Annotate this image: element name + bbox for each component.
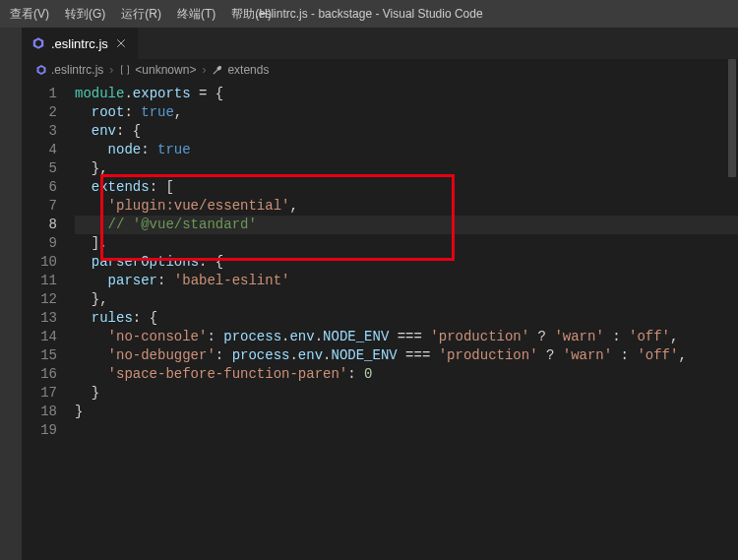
code-line[interactable]: env: { <box>75 122 738 141</box>
line-gutter: 12345678910111213141516171819 <box>22 85 75 560</box>
editor[interactable]: 12345678910111213141516171819 module.exp… <box>22 81 738 560</box>
code-line[interactable]: // '@vue/standard' <box>75 216 738 234</box>
breadcrumb-file[interactable]: .eslintrc.js <box>35 63 103 77</box>
code-line[interactable]: node: true <box>75 141 738 159</box>
tab-label: .eslintrc.js <box>51 36 108 51</box>
eslint-icon <box>31 36 45 50</box>
code-line[interactable]: 'space-before-function-paren': 0 <box>75 365 738 384</box>
breadcrumb-extends[interactable]: extends <box>212 63 269 77</box>
code-line[interactable]: 'plugin:vue/essential', <box>75 197 738 216</box>
menu-item[interactable]: 查看(V) <box>2 0 57 28</box>
menubar: 查看(V)转到(G)运行(R)终端(T)帮助(H) .eslintrc.js -… <box>0 0 738 28</box>
window-title: .eslintrc.js - backstage - Visual Studio… <box>255 7 482 21</box>
breadcrumb-extends-label: extends <box>227 63 269 77</box>
vertical-scrollbar[interactable] <box>726 59 738 560</box>
tab-eslintrc[interactable]: .eslintrc.js <box>22 28 139 59</box>
code-line[interactable]: } <box>75 384 738 403</box>
activity-bar[interactable] <box>0 28 22 560</box>
code-line[interactable]: 'no-console': process.env.NODE_ENV === '… <box>75 328 738 346</box>
code-line[interactable] <box>75 421 738 440</box>
code-line[interactable]: }, <box>75 290 738 309</box>
code-line[interactable]: } <box>75 403 738 421</box>
scrollbar-thumb[interactable] <box>728 59 736 177</box>
code-line[interactable]: rules: { <box>75 309 738 328</box>
breadcrumb-unknown-label: <unknown> <box>135 63 196 77</box>
code-line[interactable]: parserOptions: { <box>75 253 738 272</box>
code-line[interactable]: extends: [ <box>75 178 738 197</box>
code-line[interactable]: module.exports = { <box>75 85 738 103</box>
menu-item[interactable]: 终端(T) <box>169 0 223 28</box>
breadcrumbs[interactable]: .eslintrc.js › <unknown> › extends <box>22 59 738 81</box>
code-line[interactable]: }, <box>75 159 738 178</box>
breadcrumb-file-label: .eslintrc.js <box>51 63 103 77</box>
chevron-right-icon: › <box>109 63 113 77</box>
code-line[interactable]: parser: 'babel-eslint' <box>75 272 738 290</box>
menu-item[interactable]: 转到(G) <box>57 0 113 28</box>
breadcrumb-unknown[interactable]: <unknown> <box>119 63 196 77</box>
chevron-right-icon: › <box>202 63 206 77</box>
tabs: .eslintrc.js <box>22 28 738 59</box>
code-line[interactable]: root: true, <box>75 103 738 122</box>
code-line[interactable]: ], <box>75 234 738 253</box>
menu-item[interactable]: 运行(R) <box>113 0 169 28</box>
close-icon[interactable] <box>114 36 128 50</box>
code-area[interactable]: module.exports = { root: true, env: { no… <box>75 85 738 560</box>
code-line[interactable]: 'no-debugger': process.env.NODE_ENV === … <box>75 346 738 365</box>
